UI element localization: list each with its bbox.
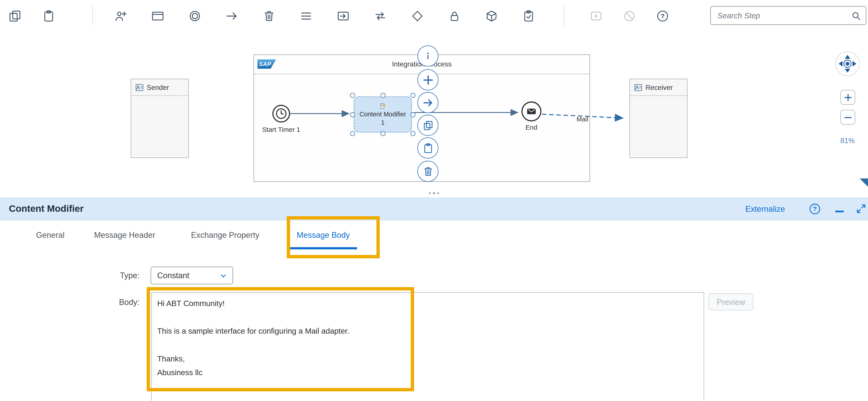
toolbar-separator <box>563 6 564 26</box>
external-call-icon <box>337 9 350 22</box>
quick-action-paste-button[interactable] <box>417 138 438 159</box>
mail-channel-label[interactable]: Mail <box>570 116 594 122</box>
content-modifier-node[interactable]: Content Modifier 1 <box>354 96 412 133</box>
process-icon <box>151 9 164 22</box>
info-icon <box>422 50 434 62</box>
zoom-out-icon <box>842 112 853 123</box>
type-label: Type: <box>78 266 140 284</box>
panel-title: Content Modifier <box>9 203 84 214</box>
zoom-level: 81% <box>830 137 865 145</box>
connector-icon <box>225 9 239 22</box>
tab-exchange-property[interactable]: Exchange Property <box>184 221 267 250</box>
arrow-right-icon <box>422 96 434 109</box>
type-select[interactable]: Constant <box>151 266 233 284</box>
delete-button[interactable] <box>262 9 276 23</box>
type-select-value: Constant <box>151 271 219 280</box>
toolbar: ? <box>0 0 868 32</box>
body-label: Body: <box>78 293 140 311</box>
persistence-button[interactable] <box>484 9 499 23</box>
pan-compass-control[interactable] <box>835 51 860 77</box>
paste-icon <box>42 9 55 22</box>
help-button[interactable]: ? <box>655 9 670 23</box>
quick-action-copy-button[interactable] <box>417 115 438 136</box>
terminate-simulation-icon <box>623 9 636 22</box>
persistence-cube-icon <box>485 9 498 22</box>
zoom-in-button[interactable] <box>840 90 855 105</box>
mapping-icon <box>300 9 313 22</box>
externalize-link[interactable]: Externalize <box>745 197 785 221</box>
paste-button[interactable] <box>41 9 56 23</box>
panel-help-icon[interactable]: ? <box>808 202 822 216</box>
iflow-canvas: Sender Receiver SAP Integration Process <box>0 32 868 190</box>
add-participant-button[interactable] <box>114 9 128 23</box>
add-event-button[interactable] <box>188 9 202 23</box>
body-textarea[interactable]: Hi ABT Community! This is a sample inter… <box>151 292 704 401</box>
chevron-down-icon <box>219 271 228 280</box>
terminate-simulation-button[interactable] <box>622 9 637 23</box>
add-process-button[interactable] <box>151 9 165 23</box>
panel-resize-handle[interactable] <box>0 189 868 197</box>
tab-message-body[interactable]: Message Body <box>289 221 357 250</box>
svg-text:?: ? <box>661 12 665 20</box>
quick-action-connect-button[interactable] <box>417 92 438 113</box>
svg-text:?: ? <box>813 205 817 212</box>
add-connector-button[interactable] <box>225 9 239 23</box>
plus-icon <box>422 74 434 86</box>
toolbar-separator <box>92 6 93 26</box>
timer-clock-icon <box>275 107 288 120</box>
copy-pages-icon <box>422 119 434 131</box>
quick-action-delete-button[interactable] <box>417 161 438 182</box>
properties-panel-header: Content Modifier Externalize ? <box>0 197 868 221</box>
gateway-icon <box>411 9 424 22</box>
zoom-in-icon <box>842 92 853 103</box>
add-gateway-button[interactable] <box>410 9 425 23</box>
add-participant-icon <box>114 9 127 22</box>
validator-icon <box>522 9 535 22</box>
panel-expand-icon[interactable] <box>855 202 868 215</box>
search-step <box>710 6 866 25</box>
add-call-button[interactable] <box>336 9 350 23</box>
security-lock-icon <box>448 9 461 22</box>
tab-general[interactable]: General <box>29 221 72 250</box>
content-modifier-icon <box>379 103 386 110</box>
scroll-marker <box>860 178 868 187</box>
events-icon <box>188 9 202 22</box>
simulate-icon <box>589 9 603 22</box>
router-icon <box>374 9 387 22</box>
iflow-editor: ? Sender Receiver SAP Inte <box>0 0 868 401</box>
trash-icon <box>422 165 434 177</box>
copy-icon <box>8 9 22 22</box>
panel-tabbar: General Message Header Exchange Property… <box>0 221 868 250</box>
add-router-button[interactable] <box>373 9 388 23</box>
security-button[interactable] <box>447 9 462 23</box>
quick-action-add-button[interactable] <box>417 69 438 90</box>
envelope-icon <box>525 105 537 117</box>
search-step-input[interactable] <box>710 6 866 25</box>
copy-button[interactable] <box>8 9 22 23</box>
message-body-form: Type: Constant Body: Hi ABT Community! T… <box>0 250 868 401</box>
end-label: End <box>518 124 546 132</box>
end-message-event[interactable] <box>522 102 541 121</box>
validator-button[interactable] <box>522 9 536 23</box>
add-mapping-button[interactable] <box>299 9 313 23</box>
help-icon: ? <box>656 9 669 22</box>
zoom-out-button[interactable] <box>840 110 855 125</box>
panel-minimize-button[interactable] <box>835 211 844 212</box>
preview-button[interactable]: Preview <box>709 293 753 311</box>
start-timer-event[interactable] <box>272 105 290 122</box>
content-modifier-label: Content Modifier 1 <box>357 110 408 126</box>
simulate-button[interactable] <box>589 9 603 23</box>
delete-icon <box>262 9 276 22</box>
start-timer-label: Start Timer 1 <box>254 126 309 134</box>
search-icon <box>851 10 861 21</box>
clipboard-icon <box>422 142 434 154</box>
tab-message-header[interactable]: Message Header <box>87 221 162 250</box>
quick-action-info-button[interactable] <box>417 46 438 66</box>
